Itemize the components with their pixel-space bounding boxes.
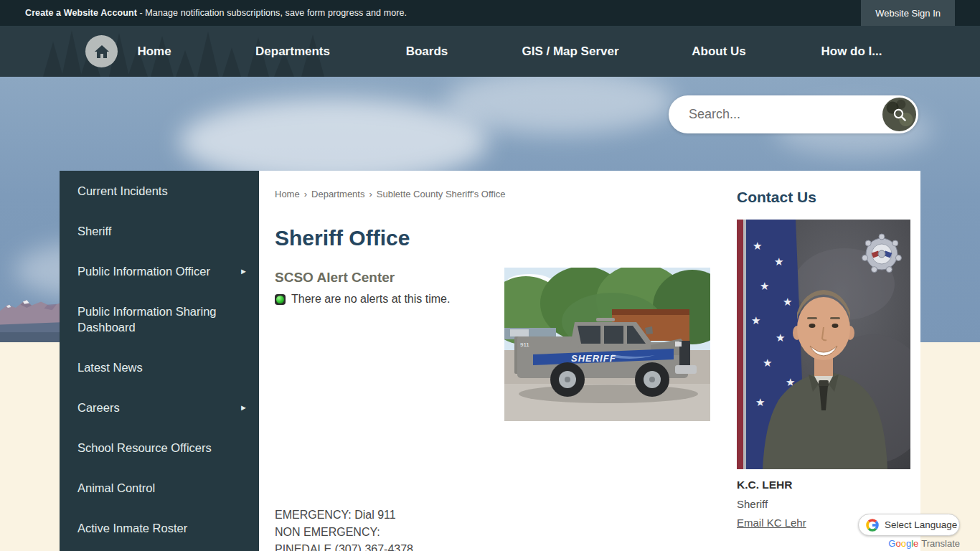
sidebar-item-label: Public Information Officer [77, 265, 210, 278]
breadcrumb-departments[interactable]: Departments [311, 189, 364, 199]
sidebar-item-label: Public Information Sharing Dashboard [77, 305, 217, 334]
sidebar-item-public-information-sharing-dashboard[interactable]: Public Information Sharing Dashboard [60, 291, 259, 347]
svg-text:★: ★ [763, 357, 772, 369]
svg-text:★: ★ [755, 396, 765, 408]
emergency-line: PINEDALE (307) 367-4378 [275, 541, 413, 551]
main-nav: Home Departments Boards GIS / Map Server… [0, 26, 980, 77]
sidebar-item-active-inmate-roster[interactable]: Active Inmate Roster [60, 508, 259, 548]
email-kc-lehr-link[interactable]: Email KC Lehr [737, 517, 806, 529]
search-input[interactable] [669, 95, 918, 133]
svg-text:★: ★ [760, 280, 769, 292]
sheriff-portrait-photo: ★★★ ★★★ ★★★ ★★★ [737, 220, 910, 469]
nav-item-home[interactable]: Home [137, 26, 171, 77]
svg-text:★: ★ [774, 255, 783, 268]
section-sidebar-menu: Current Incidents Sheriff Public Informa… [60, 171, 259, 551]
alert-status-row: There are no alerts at this time. [275, 293, 450, 306]
sidebar-item-careers[interactable]: Careers► [60, 387, 259, 428]
alert-center-heading: SCSO Alert Center [275, 270, 395, 286]
breadcrumb-home[interactable]: Home [275, 189, 300, 199]
truck-sheriff-decal-text: SHERIFF [571, 353, 616, 364]
google-translate-select[interactable]: Select Language [858, 514, 960, 536]
contact-us-heading: Contact Us [737, 189, 910, 206]
account-promo-suffix: - Manage notification subscriptions, sav… [137, 8, 407, 18]
home-logo-button[interactable] [85, 35, 118, 67]
nav-item-gis-map-server[interactable]: GIS / Map Server [522, 26, 618, 77]
google-wordmark: Google [888, 538, 918, 549]
submenu-arrow-icon: ► [240, 400, 248, 415]
sidebar-item-label: School Resource Officers [77, 441, 212, 454]
search-button[interactable] [882, 98, 916, 131]
truck-911-decal-text: 911 [520, 342, 529, 348]
create-account-link[interactable]: Create a Website Account [25, 8, 137, 18]
sidebar-item-label: Careers [77, 401, 120, 414]
svg-text:★: ★ [776, 331, 785, 344]
nav-item-departments[interactable]: Departments [255, 26, 330, 77]
sidebar-item-public-information-officer[interactable]: Public Information Officer► [60, 251, 259, 291]
nav-item-boards[interactable]: Boards [406, 26, 448, 77]
nav-item-how-do-i[interactable]: How do I... [821, 26, 882, 77]
sidebar-item-label: Current Incidents [77, 184, 168, 197]
cloud-decor [445, 77, 674, 134]
utility-topbar: Create a Website Account - Manage notifi… [0, 0, 980, 26]
search-icon [892, 107, 908, 123]
google-g-icon [865, 518, 880, 532]
emergency-line: EMERGENCY: Dial 911 [275, 507, 413, 524]
sidebar-item-current-incidents[interactable]: Current Incidents [60, 171, 259, 211]
sidebar-item-animal-control[interactable]: Animal Control [60, 468, 259, 508]
page-title: Sheriff Office [275, 225, 410, 251]
svg-text:★: ★ [753, 240, 762, 252]
contact-us-section: Contact Us ★★★ ★★★ ★★★ [737, 171, 910, 529]
sidebar-item-label: Animal Control [77, 481, 155, 494]
svg-text:★: ★ [783, 296, 792, 308]
emergency-contact-text: EMERGENCY: Dial 911 NON EMERGENCY: PINED… [275, 507, 413, 551]
sidebar-item-sheriff[interactable]: Sheriff [60, 211, 259, 251]
contact-role: Sheriff [737, 498, 910, 510]
alert-status-text: There are no alerts at this time. [291, 293, 450, 306]
main-content-panel: Home›Departments›Sublette County Sheriff… [259, 171, 920, 551]
home-icon [94, 44, 110, 60]
sidebar-item-school-resource-officers[interactable]: School Resource Officers [60, 428, 259, 468]
nav-item-about-us[interactable]: About Us [692, 26, 746, 77]
svg-text:★: ★ [751, 314, 760, 326]
site-search [669, 95, 918, 133]
submenu-arrow-icon: ► [240, 263, 248, 279]
contact-name: K.C. LEHR [737, 479, 910, 491]
website-signin-button[interactable]: Website Sign In [861, 0, 955, 26]
breadcrumb-separator: › [300, 189, 311, 199]
sidebar-item-latest-news[interactable]: Latest News [60, 347, 259, 387]
breadcrumb: Home›Departments›Sublette County Sheriff… [275, 189, 506, 199]
sidebar-item-label: Sheriff [77, 225, 111, 237]
sheriff-truck-photo: SHERIFF 911 [504, 268, 710, 421]
sidebar-item-label: Active Inmate Roster [77, 522, 187, 534]
page-root: Create a Website Account - Manage notifi… [0, 0, 980, 551]
emergency-line: NON EMERGENCY: [275, 524, 413, 541]
google-translate-attribution[interactable]: GoogleTranslate [858, 538, 960, 549]
sidebar-item-label: Latest News [77, 361, 143, 374]
account-promo-text[interactable]: Create a Website Account - Manage notifi… [25, 8, 407, 18]
select-language-label: Select Language [885, 519, 957, 530]
green-status-light-icon [275, 294, 286, 305]
breadcrumb-current-page: Sublette County Sheriff's Office [377, 189, 506, 199]
translate-label: Translate [921, 538, 960, 549]
breadcrumb-separator: › [364, 189, 376, 199]
